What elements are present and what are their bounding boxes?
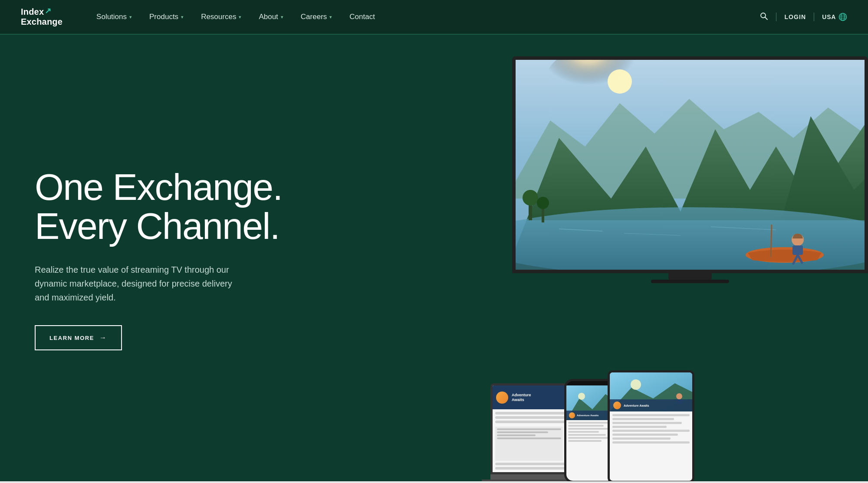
laptop-ad-text: Adventure Awaits — [512, 393, 531, 402]
nav-item-solutions[interactable]: Solutions ▾ — [89, 9, 140, 25]
hero-subtitle: Realize the true value of streaming TV t… — [35, 263, 243, 304]
logo-text-line1: Index — [21, 7, 44, 16]
tablet-ad-overlay: Adventure Awaits — [610, 399, 692, 411]
region-label: USA — [822, 13, 836, 20]
phone-ad-overlay: Adventure Awaits — [566, 411, 614, 420]
nav-item-products[interactable]: Products ▾ — [141, 9, 191, 25]
tablet-ad: Adventure Awaits — [610, 372, 692, 411]
navbar: Index↗ Exchange Solutions ▾ Products ▾ R… — [0, 0, 868, 35]
svg-point-9 — [608, 69, 632, 94]
svg-rect-26 — [542, 207, 544, 222]
svg-point-37 — [676, 393, 682, 399]
logo[interactable]: Index↗ Exchange — [21, 7, 62, 27]
hero-content: One Exchange. Every Channel. Realize the… — [35, 167, 283, 377]
svg-point-25 — [523, 190, 538, 206]
tv-stand — [668, 273, 712, 280]
logo-text-line2: Exchange — [21, 17, 62, 26]
hero-title: One Exchange. Every Channel. — [35, 167, 283, 246]
ground-strip — [0, 481, 868, 483]
nav-item-careers[interactable]: Careers ▾ — [293, 9, 340, 25]
svg-rect-14 — [516, 220, 865, 270]
nav-right: LOGIN USA — [760, 12, 847, 23]
svg-rect-20 — [792, 245, 803, 255]
chevron-down-icon: ▾ — [181, 14, 184, 20]
tablet-screen: Adventure Awaits — [610, 372, 692, 481]
arrow-icon: → — [99, 334, 107, 342]
learn-more-button[interactable]: LEARN MORE → — [35, 325, 122, 350]
tv-frame — [512, 56, 868, 273]
hero-section: One Exchange. Every Channel. Realize the… — [0, 35, 868, 483]
globe-icon — [838, 13, 847, 21]
hero-devices: Adventure Awaits — [477, 35, 868, 483]
login-button[interactable]: LOGIN — [784, 13, 806, 20]
phone-ad: Adventure Awaits — [566, 385, 614, 420]
chevron-down-icon: ▾ — [281, 14, 283, 20]
svg-line-23 — [771, 225, 772, 257]
svg-line-1 — [765, 17, 768, 20]
svg-point-36 — [631, 379, 641, 390]
nav-links: Solutions ▾ Products ▾ Resources ▾ About… — [89, 9, 760, 25]
search-icon[interactable] — [760, 12, 768, 23]
region-selector[interactable]: USA — [822, 13, 847, 21]
logo-icon: ↗ — [45, 7, 51, 15]
svg-point-33 — [578, 393, 585, 400]
nav-divider-1 — [776, 13, 776, 21]
tv-device — [512, 56, 868, 290]
nav-divider-2 — [814, 13, 814, 21]
chevron-down-icon: ▾ — [239, 14, 241, 20]
chevron-down-icon: ▾ — [329, 14, 332, 20]
tv-screen — [516, 60, 865, 270]
nav-item-about[interactable]: About ▾ — [251, 9, 291, 25]
svg-point-27 — [537, 197, 549, 209]
nav-item-contact[interactable]: Contact — [342, 9, 383, 25]
chevron-down-icon: ▾ — [129, 14, 132, 20]
tablet-device: Adventure Awaits — [608, 370, 694, 483]
phone-screen: Adventure Awaits — [566, 385, 614, 481]
laptop-ad-circle — [496, 392, 508, 404]
tv-base — [651, 280, 729, 283]
tablet-frame: Adventure Awaits — [608, 370, 694, 483]
phone-notch — [582, 381, 599, 385]
nav-item-resources[interactable]: Resources ▾ — [193, 9, 249, 25]
